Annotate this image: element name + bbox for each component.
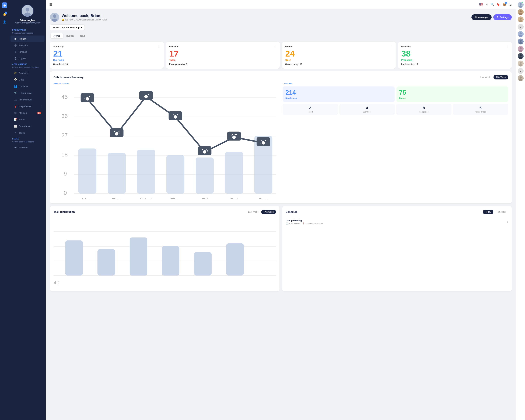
profile-icon[interactable]: 👤 [1, 19, 8, 25]
sidebar-item-tasks[interactable]: ✓ Tasks [10, 130, 45, 136]
welcome-buttons: ✉ Messages ⚙ Settings [471, 14, 512, 20]
rs-avatar-2[interactable] [518, 9, 524, 15]
card-overdue-menu-icon[interactable]: ⋮ [274, 45, 276, 48]
schedule-today-btn[interactable]: Today [483, 210, 493, 214]
sidebar-item-mailbox-label: Mailbox [19, 112, 27, 114]
rs-avatar-1-badge [522, 2, 524, 3]
menu-toggle-icon[interactable]: ☰ [49, 3, 52, 7]
sidebar-item-scrumboard[interactable]: ⬜ Scrumboard [10, 123, 45, 129]
card-summary-header: Summary ⋮ [53, 45, 160, 48]
project-selector[interactable]: ACME Corp. Backend App ▾ [50, 25, 85, 30]
search-icon[interactable]: 🔍 [490, 3, 494, 6]
sidebar-item-academy-label: Academy [19, 72, 28, 74]
svg-text:Wed: Wed [140, 197, 152, 199]
app-logo[interactable]: ◆ [2, 2, 7, 8]
stat-reopened-label: Re-opened [398, 111, 450, 113]
scrumboard-icon: ⬜ [14, 125, 17, 128]
sidebar-email: hughes.brian@company.com [15, 22, 40, 24]
svg-text:Tue: Tue [112, 197, 122, 199]
svg-point-42 [232, 135, 236, 140]
rs-avatar-3[interactable] [518, 17, 524, 22]
stat-fixed-label: Fixed [284, 111, 337, 113]
topbar-actions: 🇺🇸 ⤢ 🔍 🔖 📦 5 💬 [479, 3, 512, 7]
cart-badge: 5 [505, 2, 507, 4]
stat-reopened: 8 Re-opened [396, 104, 451, 115]
schedule-tomorrow-btn[interactable]: Tomorrow [494, 210, 508, 214]
stat-triage-num: 6 [454, 106, 507, 110]
svg-text:27: 27 [61, 132, 68, 139]
svg-text:9: 9 [64, 170, 67, 177]
card-overdue-title: Overdue [169, 45, 178, 48]
card-features-header: Features ⋮ [401, 45, 508, 48]
sidebar-item-helpcenter[interactable]: ❓ Help Center › [10, 103, 45, 109]
notifications-icon[interactable]: 🔔 3 [1, 11, 8, 17]
welcome-avatar [50, 13, 59, 22]
github-last-week-btn[interactable]: Last Week [478, 75, 493, 79]
tab-team[interactable]: Team [77, 33, 89, 38]
sidebar-item-chat[interactable]: 💬 Chat [10, 76, 45, 83]
card-summary-menu-icon[interactable]: ⋮ [158, 45, 160, 48]
svg-text:Mon: Mon [82, 197, 93, 199]
sidebar-item-filemanager[interactable]: ☁ File Manager [10, 96, 45, 103]
rs-avatar-4[interactable]: M [518, 24, 524, 30]
sidebar-item-crypto[interactable]: ₿ Crypto [10, 55, 45, 61]
schedule-item-chevron-icon[interactable]: › [507, 220, 508, 224]
rs-avatar-7[interactable] [518, 46, 524, 52]
welcome-subtitle: 🔔 You have 2 new messages and 15 new tas… [62, 19, 107, 21]
sidebar-item-finance[interactable]: $ Finance [10, 49, 45, 55]
rs-avatar-1[interactable] [518, 2, 524, 8]
flag-icon[interactable]: 🇺🇸 [479, 3, 483, 7]
sidebar-item-notes[interactable]: 📝 Notes [10, 116, 45, 123]
sidebar-item-helpcenter-label: Help Center [19, 105, 31, 108]
sidebar-item-analytics[interactable]: ◷ Analytics [10, 42, 45, 48]
right-sidebar: M M [516, 0, 525, 420]
card-summary-footer: Completed: 13 [53, 63, 160, 65]
card-features-footer: Implemented: 16 [401, 63, 508, 65]
svg-text:Sat: Sat [230, 197, 238, 199]
sidebar: Brian Hughes hughes.brian@company.com DA… [9, 0, 46, 420]
settings-btn-icon: ⚙ [497, 16, 498, 19]
sidebar-item-project[interactable]: ⊞ Project [10, 36, 45, 42]
card-issues-header: Issues ⋮ [285, 45, 393, 48]
card-issues-menu-icon[interactable]: ⋮ [390, 45, 393, 48]
github-week-toggle: Last Week This Week [478, 75, 508, 79]
chart-area: New vs. Closed 0 9 18 27 36 45 [54, 82, 279, 200]
cart-icon[interactable]: 📦 5 [503, 3, 506, 6]
svg-rect-21 [166, 155, 184, 194]
svg-text:Fri: Fri [201, 197, 208, 199]
svg-rect-22 [196, 158, 214, 194]
sidebar-item-chat-label: Chat [19, 78, 24, 81]
sidebar-item-contacts[interactable]: 👥 Contacts [10, 83, 45, 89]
sidebar-item-mailbox[interactable]: ✉ Mailbox 27 [10, 110, 45, 116]
svg-rect-18 [78, 149, 96, 194]
tab-budget[interactable]: Budget [63, 33, 77, 38]
card-features-menu-icon[interactable]: ⋮ [506, 45, 508, 48]
rs-avatar-11[interactable] [518, 75, 524, 81]
task-dist-this-week-btn[interactable]: This Week [261, 210, 276, 214]
bookmark-icon[interactable]: 🔖 [497, 3, 500, 6]
messages-button[interactable]: ✉ Messages [471, 14, 492, 20]
github-content: New vs. Closed 0 9 18 27 36 45 [54, 82, 508, 200]
rs-avatar-9[interactable] [518, 61, 524, 66]
card-features: Features ⋮ 38 Proposals Implemented: 16 [398, 42, 512, 69]
svg-text:40: 40 [54, 280, 59, 285]
fullscreen-icon[interactable]: ⤢ [486, 3, 488, 6]
location-icon: 📍 [302, 223, 305, 225]
closed-issues-number: 75 [399, 89, 506, 96]
github-this-week-btn[interactable]: This Week [494, 75, 508, 79]
svg-text:18: 18 [61, 151, 68, 158]
task-dist-last-week-btn[interactable]: Last Week [246, 210, 260, 214]
tab-home[interactable]: Home [51, 33, 63, 38]
rs-avatar-8[interactable] [518, 53, 524, 59]
rs-avatar-10[interactable]: M [518, 68, 524, 74]
sidebar-item-activities[interactable]: ◉ Activities [10, 144, 45, 151]
rs-avatar-5[interactable] [518, 31, 524, 37]
sidebar-item-ecommerce[interactable]: 🛒 ECommerce › [10, 90, 45, 96]
settings-button[interactable]: ⚙ Settings [493, 14, 512, 20]
rs-avatar-6[interactable] [518, 38, 524, 45]
card-overdue-number: 17 [169, 49, 276, 58]
sidebar-item-academy[interactable]: 🎓 Academy [10, 70, 45, 76]
settings-btn-label: Settings [500, 16, 508, 19]
messages-icon[interactable]: 💬 [509, 3, 512, 6]
summary-cards: Summary ⋮ 21 Due Tasks Completed: 13 Ove… [50, 42, 512, 69]
